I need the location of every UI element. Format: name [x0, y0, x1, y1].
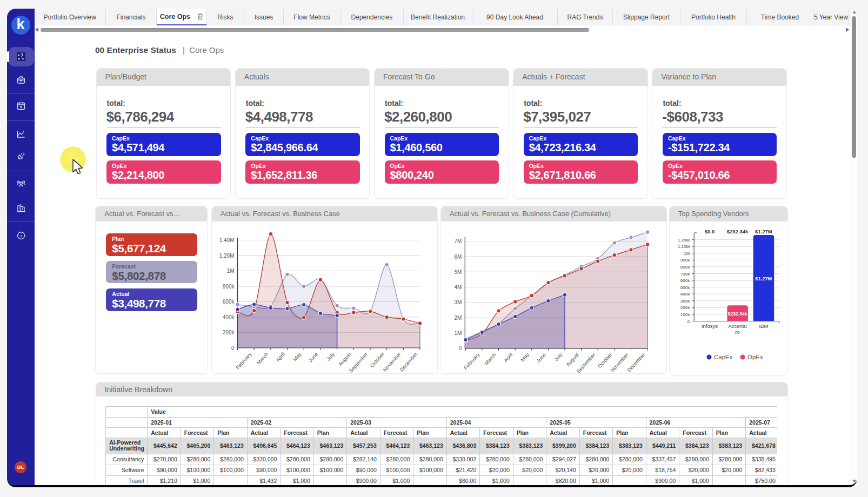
svg-text:March: March [255, 351, 269, 366]
svg-text:ro: ro [735, 329, 739, 335]
svg-text:IBM: IBM [759, 323, 768, 329]
svg-text:200k: 200k [680, 305, 690, 310]
svg-text:Infosys: Infosys [702, 323, 718, 329]
svg-text:200k: 200k [223, 330, 235, 335]
svg-text:1M: 1M [454, 330, 462, 336]
svg-text:400k: 400k [680, 292, 690, 297]
svg-text:March: March [483, 352, 497, 366]
svg-text:February: February [235, 351, 253, 371]
svg-text:800k: 800k [680, 265, 690, 270]
svg-text:500k: 500k [680, 285, 690, 290]
svg-text:1M: 1M [226, 268, 234, 274]
svg-text:0: 0 [687, 319, 690, 324]
svg-text:0: 0 [231, 345, 235, 351]
svg-text:$232.34k: $232.34k [727, 311, 747, 317]
svg-text:4M: 4M [454, 284, 462, 290]
svg-text:600k: 600k [680, 278, 690, 283]
svg-text:3M: 3M [454, 299, 462, 305]
svg-text:300k: 300k [680, 299, 690, 304]
svg-text:December: December [398, 351, 419, 373]
svg-text:July: July [325, 351, 336, 362]
svg-text:October: October [369, 351, 385, 368]
svg-text:100k: 100k [680, 312, 690, 317]
svg-text:April: April [503, 352, 514, 363]
svg-text:$232.34k: $232.34k [726, 229, 748, 234]
svg-text:August: August [337, 351, 352, 367]
svg-text:May: May [291, 351, 302, 362]
svg-text:April: April [275, 351, 286, 362]
svg-text:600k: 600k [223, 299, 235, 305]
svg-text:August: August [565, 352, 580, 368]
svg-text:1.20M: 1.20M [678, 238, 690, 243]
svg-text:May: May [519, 352, 530, 363]
svg-text:1.20M: 1.20M [219, 253, 235, 259]
svg-text:2M: 2M [454, 315, 462, 321]
svg-text:900k: 900k [680, 258, 690, 263]
svg-text:7M: 7M [454, 238, 462, 244]
svg-text:December: December [626, 352, 646, 373]
svg-text:CapEx: CapEx [714, 354, 733, 360]
svg-text:0: 0 [459, 345, 462, 351]
svg-text:October: October [596, 352, 613, 369]
svg-text:June: June [307, 351, 319, 364]
svg-text:OpEx: OpEx [747, 354, 763, 360]
svg-text:6M: 6M [454, 254, 462, 260]
svg-text:$1.27M: $1.27M [755, 229, 772, 234]
svg-text:700k: 700k [680, 272, 690, 277]
svg-text:$1.27M: $1.27M [755, 276, 772, 281]
svg-text:June: June [535, 352, 547, 364]
svg-text:1.40M: 1.40M [219, 237, 235, 243]
svg-text:July: July [553, 352, 564, 362]
svg-text:5M: 5M [454, 269, 462, 275]
svg-text:February: February [463, 352, 481, 371]
svg-text:Accentu: Accentu [728, 323, 746, 329]
svg-text:$0.0: $0.0 [704, 229, 715, 234]
svg-text:1.10M: 1.10M [678, 244, 690, 249]
svg-text:400k: 400k [223, 314, 235, 320]
svg-text:1M: 1M [684, 251, 690, 256]
svg-text:800k: 800k [223, 284, 235, 290]
